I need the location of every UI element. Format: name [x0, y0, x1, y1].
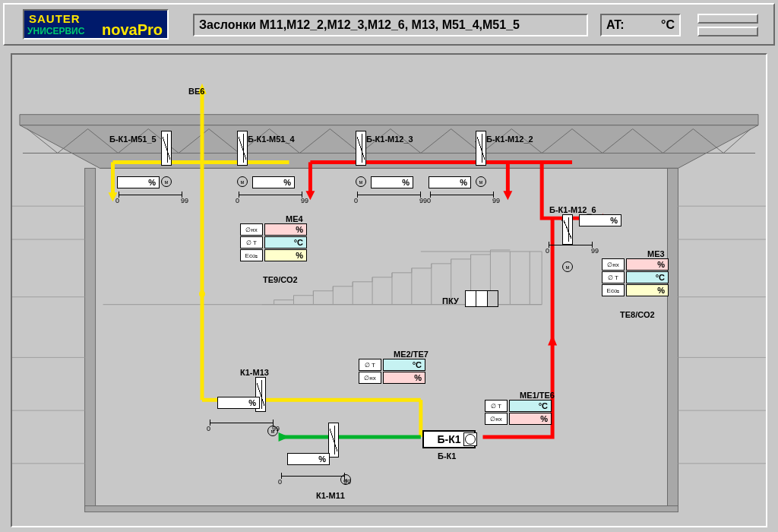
me3-co2[interactable]: %	[626, 284, 669, 296]
scale-m12-2[interactable]: 099	[425, 195, 498, 201]
tag-t: ∅ T	[485, 400, 508, 412]
svg-rect-4	[85, 168, 96, 508]
brand-logo: SAUTER УНИСЕРВИС novaPro	[23, 9, 169, 40]
header-buttons	[697, 14, 758, 36]
readings-me4: ∅нх% ∅ T°C Eco₂%	[240, 223, 307, 262]
value-m51-5[interactable]: %	[117, 176, 160, 188]
svg-rect-5	[668, 168, 678, 508]
tag-hx: ∅нх	[485, 413, 508, 425]
motor-icon: м	[562, 261, 573, 272]
pku-switch[interactable]	[465, 290, 498, 307]
damper-m51-5[interactable]	[161, 131, 172, 166]
svg-point-21	[199, 291, 205, 297]
readings-me3: ∅нх% ∅ T°C Eco₂%	[602, 258, 669, 297]
motor-icon: м	[237, 176, 248, 187]
value-m12-3[interactable]: %	[371, 176, 413, 188]
motor-icon: м	[161, 176, 172, 187]
label-te8: ТЕ8/СО2	[620, 310, 655, 319]
label-pku: ПКУ	[442, 296, 459, 306]
svg-marker-23	[503, 191, 512, 200]
label-m12-2: Б-К1-М12_2	[486, 135, 533, 144]
value-k1m11[interactable]: %	[287, 453, 330, 465]
damper-k1m11[interactable]	[328, 423, 339, 458]
label-me1: МЕ1/ТЕ6	[520, 391, 555, 400]
logo-line3: novaPro	[102, 21, 163, 39]
value-k1m13[interactable]: %	[217, 397, 260, 409]
tag-eco: Eco₂	[602, 284, 625, 296]
tag-hx: ∅нх	[240, 223, 263, 236]
scale-k1m11[interactable]: 099	[277, 476, 349, 482]
label-k1m13: К1-М13	[240, 368, 269, 377]
svg-rect-6	[85, 506, 678, 512]
me4-hx[interactable]: %	[264, 223, 307, 236]
ambient-temp-readout: AT: °C	[600, 14, 681, 36]
damper-m12-6[interactable]	[562, 214, 573, 245]
label-k1m11: К1-М11	[316, 491, 345, 500]
label-te9: ТЕ9/СО2	[263, 275, 298, 284]
label-me2: МЕ2/ТЕ7	[394, 350, 429, 359]
scale-m51-5[interactable]: 099	[114, 195, 187, 201]
at-unit: °C	[661, 18, 675, 32]
me2-hx[interactable]: %	[383, 372, 425, 384]
logo-line1: SAUTER	[29, 12, 81, 25]
me4-co2[interactable]: %	[264, 249, 307, 261]
motor-icon: м	[476, 176, 486, 187]
tag-t: ∅ T	[602, 271, 625, 283]
header-bar: SAUTER УНИСЕРВИС novaPro Заслонки М11,М1…	[3, 3, 775, 46]
svg-marker-25	[548, 335, 557, 346]
svg-marker-26	[279, 432, 289, 442]
label-m51-4: Б-К1-М51_4	[248, 135, 295, 144]
label-m12-6: Б-К1-М12_6	[549, 205, 596, 214]
svg-marker-1	[20, 115, 758, 125]
tag-hx: ∅нх	[359, 372, 381, 384]
fan-icon	[463, 432, 477, 446]
value-m51-4[interactable]: %	[252, 176, 295, 188]
me1-hx[interactable]: %	[509, 413, 552, 425]
label-me4: МЕ4	[286, 214, 303, 223]
header-button-2[interactable]	[697, 27, 758, 36]
damper-m51-4[interactable]	[237, 131, 248, 166]
logo-line2: УНИСЕРВИС	[27, 26, 84, 36]
label-me3: МЕ3	[647, 249, 665, 258]
scale-k1m13[interactable]: 099	[205, 423, 278, 429]
scale-m12-3[interactable]: 099	[353, 195, 425, 201]
damper-m12-2[interactable]	[476, 131, 486, 166]
motor-icon: м	[356, 176, 366, 187]
tag-t: ∅ T	[240, 236, 263, 249]
page-title: Заслонки М11,М12_2,М12_3,М12_6, М13, М51…	[193, 14, 588, 36]
me3-t[interactable]: °C	[626, 271, 669, 283]
tag-eco: Eco₂	[240, 249, 263, 261]
scale-m51-4[interactable]: 099	[234, 195, 307, 201]
me1-t[interactable]: °C	[509, 400, 552, 412]
value-m12-6[interactable]: %	[579, 214, 621, 226]
me3-hx[interactable]: %	[626, 258, 669, 271]
me4-t[interactable]: °C	[264, 236, 307, 249]
label-m51-5: Б-К1-М51_5	[109, 135, 157, 144]
damper-m12-3[interactable]	[356, 131, 366, 166]
label-bk1: Б-К1	[438, 451, 456, 461]
me2-t[interactable]: °C	[383, 359, 425, 371]
label-m12-3: Б-К1-М12_3	[366, 135, 413, 144]
scale-m12-6[interactable]: 099	[544, 245, 597, 251]
readings-me1: ∅ T°C ∅нх%	[485, 400, 552, 426]
tag-t: ∅ T	[359, 359, 381, 371]
value-m12-2[interactable]: %	[429, 176, 471, 188]
at-label: AT:	[606, 18, 625, 32]
schematic-panel: ВЕ6 Б-К1-М51_5 м % 099 Б-К1-М51_4 м % 09…	[11, 53, 767, 527]
readings-me2: ∅ T°C ∅нх%	[359, 359, 425, 385]
header-button-1[interactable]	[697, 14, 758, 24]
tag-hx: ∅нх	[602, 258, 625, 271]
label-be6: ВЕ6	[188, 87, 204, 96]
